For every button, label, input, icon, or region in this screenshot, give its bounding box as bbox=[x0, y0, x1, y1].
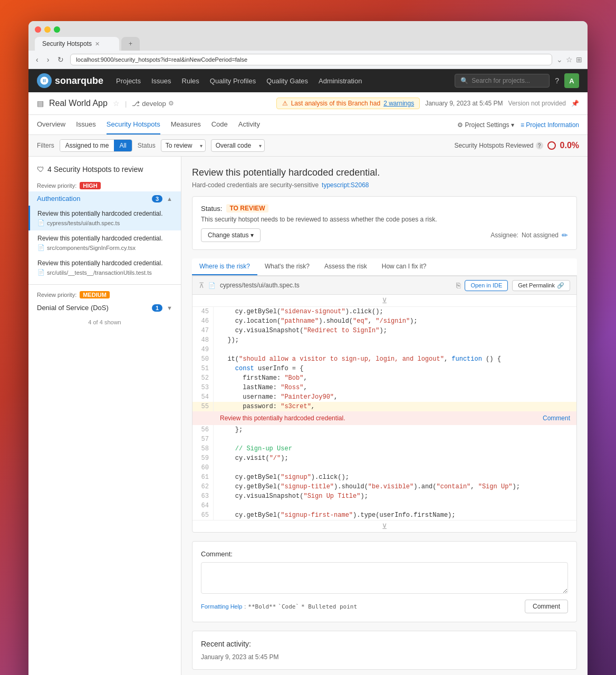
status-label: Status: bbox=[201, 205, 222, 213]
annotation-text: Review this potentially hardcoded creden… bbox=[220, 414, 345, 422]
tab-activity[interactable]: Activity bbox=[238, 115, 260, 134]
active-browser-tab[interactable]: Security Hotspots ✕ bbox=[35, 37, 119, 51]
assignee-edit-button[interactable]: ✏ bbox=[562, 231, 568, 239]
status-select[interactable]: To review bbox=[161, 139, 206, 152]
open-ide-button[interactable]: Open in IDE bbox=[465, 280, 508, 291]
formatting-help-link[interactable]: Formatting Help bbox=[201, 603, 242, 610]
recent-activity-title: Recent activity: bbox=[201, 640, 568, 648]
activity-entry-1: January 9, 2023 at 5:45 PM bbox=[201, 653, 568, 661]
browser-action-share[interactable]: ⌄ bbox=[556, 55, 563, 64]
hotspot-card-2[interactable]: Review this potentially hardcoded creden… bbox=[28, 230, 181, 255]
filters-label: Filters bbox=[37, 142, 54, 149]
nav-forward-button[interactable]: › bbox=[45, 54, 52, 65]
nav-reload-button[interactable]: ↻ bbox=[55, 54, 66, 65]
tab-issues[interactable]: Issues bbox=[76, 115, 96, 134]
browser-action-extensions[interactable]: ⊞ bbox=[576, 55, 582, 64]
right-panel: Review this potentially hardcoded creden… bbox=[181, 157, 588, 675]
filters-right: Security Hotspots Reviewed ? 0.0% bbox=[454, 141, 579, 150]
tab-what-risk[interactable]: What's the risk? bbox=[257, 258, 317, 275]
hotspot-type-link[interactable]: typescript:S2068 bbox=[322, 181, 369, 189]
submit-comment-button[interactable]: Comment bbox=[525, 600, 568, 613]
nav-administration[interactable]: Administration bbox=[319, 75, 362, 87]
project-branch: ⎇ develop ⚙ bbox=[132, 100, 174, 108]
tab-where-risk[interactable]: Where is the risk? bbox=[192, 258, 257, 275]
project-info-link[interactable]: ≡ Project Information bbox=[521, 121, 579, 129]
project-settings-link[interactable]: ⚙ Project Settings ▾ bbox=[457, 121, 514, 129]
nav-back-button[interactable]: ‹ bbox=[34, 54, 41, 65]
dos-category[interactable]: Denial of Service (DoS) 1 ▼ bbox=[28, 301, 181, 315]
link-icon: 🔗 bbox=[557, 282, 564, 289]
status-section: Status: TO REVIEW This security hotspot … bbox=[192, 196, 577, 250]
annotation-comment-link[interactable]: Comment bbox=[543, 414, 570, 422]
shield-icon: 🛡 bbox=[37, 165, 44, 173]
project-header-right: ⚠ Last analysis of this Branch had 2 war… bbox=[276, 98, 579, 109]
nav-projects[interactable]: Projects bbox=[116, 75, 141, 87]
project-name[interactable]: Real World App bbox=[49, 99, 108, 108]
help-circle-icon[interactable]: ? bbox=[536, 142, 543, 149]
nav-help-button[interactable]: ? bbox=[555, 76, 559, 85]
authentication-count: 3 bbox=[152, 195, 162, 202]
tab-title: Security Hotspots bbox=[42, 40, 92, 47]
assigned-to-me-btn[interactable]: Assigned to me bbox=[60, 140, 114, 151]
expand-top-handle[interactable]: ⊻ bbox=[192, 295, 576, 307]
comment-textarea[interactable] bbox=[201, 562, 568, 594]
nav-issues[interactable]: Issues bbox=[151, 75, 171, 87]
search-placeholder: Search for projects... bbox=[471, 77, 530, 84]
expand-bottom-handle[interactable]: ⊻ bbox=[192, 520, 576, 532]
nav-rules[interactable]: Rules bbox=[182, 75, 199, 87]
traffic-light-yellow bbox=[44, 26, 51, 33]
high-badge: HIGH bbox=[80, 182, 101, 189]
browser-action-bookmark[interactable]: ☆ bbox=[566, 55, 573, 64]
nav-quality-gates[interactable]: Quality Gates bbox=[266, 75, 308, 87]
sidebar-count-title: 4 Security Hotspots to review bbox=[47, 165, 143, 173]
tab-overview[interactable]: Overview bbox=[37, 115, 65, 134]
copy-file-path-button[interactable]: ⎘ bbox=[456, 281, 460, 290]
annotation-row: Review this potentially hardcoded creden… bbox=[192, 411, 576, 425]
authentication-category[interactable]: Authentication 3 ▲ bbox=[28, 191, 181, 206]
nav-quality-profiles[interactable]: Quality Profiles bbox=[210, 75, 256, 87]
settings-icon-small[interactable]: ⚙ bbox=[168, 100, 174, 107]
address-bar[interactable]: localhost:9000/security_hotspots?id=real… bbox=[70, 54, 552, 65]
comment-footer: Formatting Help : **Bold** `Code` * Bull… bbox=[201, 600, 568, 613]
hotspot-card-3[interactable]: Review this potentially hardcoded creden… bbox=[28, 255, 181, 280]
warning-link[interactable]: 2 warnings bbox=[383, 100, 414, 107]
nav-avatar[interactable]: A bbox=[564, 73, 579, 88]
logo-text: sonarqube bbox=[55, 75, 103, 86]
tab-assess-risk[interactable]: Assess the risk bbox=[317, 258, 374, 275]
nav-search-box[interactable]: 🔍 Search for projects... bbox=[455, 74, 550, 88]
all-btn[interactable]: All bbox=[114, 140, 131, 151]
warning-icon: ⚠ bbox=[282, 100, 288, 107]
recent-activity-section: Recent activity: January 9, 2023 at 5:45… bbox=[192, 631, 577, 670]
code-line-62: 62 cy.getBySel("signup-title").should("b… bbox=[192, 482, 576, 491]
project-star-button[interactable]: ☆ bbox=[113, 99, 120, 108]
get-permalink-button[interactable]: Get Permalink 🔗 bbox=[512, 280, 570, 291]
tab-how-fix[interactable]: How can I fix it? bbox=[374, 258, 434, 275]
medium-badge: MEDIUM bbox=[80, 291, 110, 298]
code-scope-select[interactable]: Overall code bbox=[211, 139, 265, 152]
code-line-53: 53 lastName: "Ross", bbox=[192, 383, 576, 392]
pin-icon[interactable]: 📌 bbox=[571, 100, 579, 107]
warning-text: Last analysis of this Branch had bbox=[291, 100, 380, 107]
expand-up-icon[interactable]: ⊼ bbox=[199, 279, 204, 291]
tab-security-hotspots[interactable]: Security Hotspots bbox=[107, 115, 160, 134]
new-tab-btn[interactable]: + bbox=[121, 37, 140, 51]
hotspot-percentage: 0.0% bbox=[560, 141, 579, 150]
comment-section: Comment: Formatting Help : **Bold** `Cod… bbox=[192, 541, 577, 622]
assigned-filter-toggle: Assigned to me All bbox=[60, 139, 132, 152]
code-line-59: 59 cy.visit("/"); bbox=[192, 454, 576, 463]
hotspot-card-1-file: 📄 cypress/tests/ui/auth.spec.ts bbox=[37, 219, 174, 226]
tab-close-btn[interactable]: ✕ bbox=[95, 41, 100, 47]
change-status-button[interactable]: Change status ▾ bbox=[201, 228, 261, 242]
hotspot-card-1[interactable]: Review this potentially hardcoded creden… bbox=[28, 206, 181, 230]
code-viewer: ⊼ 📄 cypress/tests/ui/auth.spec.ts ⎘ Open… bbox=[192, 276, 577, 533]
sonarqube-logo[interactable]: sonarqube bbox=[37, 73, 103, 88]
code-format: `Code` bbox=[278, 603, 299, 610]
code-line-54: 54 username: "PainterJoy90", bbox=[192, 392, 576, 402]
authentication-label: Authentication bbox=[37, 195, 148, 202]
tab-code[interactable]: Code bbox=[211, 115, 228, 134]
auth-chevron-up-icon: ▲ bbox=[167, 196, 172, 202]
tab-measures[interactable]: Measures bbox=[171, 115, 201, 134]
change-status-label: Change status ▾ bbox=[208, 232, 254, 239]
code-line-46: 46 cy.location("pathname").should("eq", … bbox=[192, 316, 576, 326]
code-lines: ⊻ 45 cy.getBySel("sidenav-signout").clic… bbox=[192, 295, 576, 532]
